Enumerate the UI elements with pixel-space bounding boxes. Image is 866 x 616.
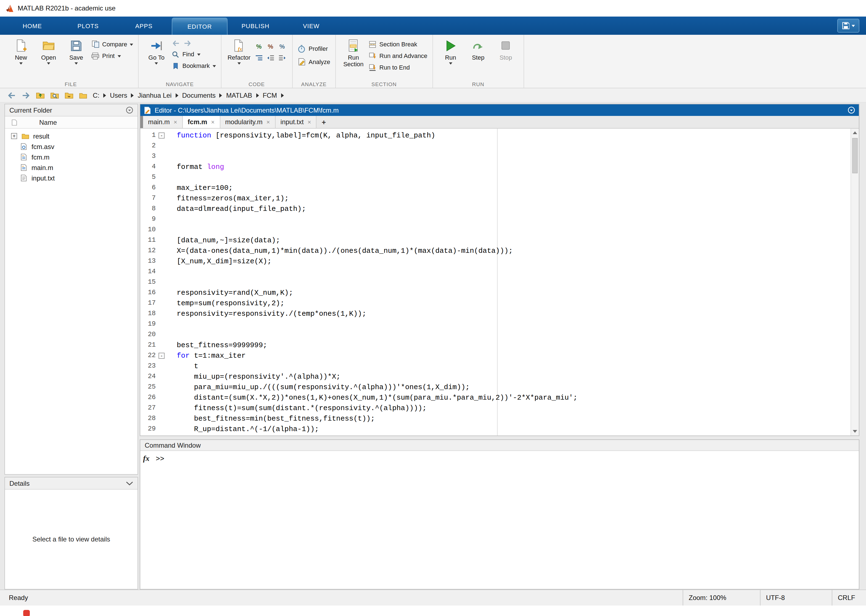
save-button[interactable]: Save [63, 37, 89, 64]
breadcrumb-segment[interactable]: MATLAB [226, 91, 252, 99]
run-button[interactable]: Run [438, 37, 463, 64]
wrap-comments-button[interactable]: % [277, 41, 287, 51]
breadcrumb-segment[interactable]: C: [93, 91, 99, 99]
search-folder-icon[interactable] [50, 91, 59, 100]
ribbon-tab-plots[interactable]: PLOTS [60, 17, 116, 35]
file-tree-item-main.m[interactable]: main.m [5, 162, 137, 173]
expand-icon[interactable]: + [11, 133, 17, 139]
uncomment-button[interactable]: % [266, 41, 276, 51]
tab-scroll-handle[interactable] [140, 116, 143, 128]
line-number[interactable]: 11 [140, 235, 156, 246]
scroll-thumb[interactable] [852, 138, 858, 173]
new-button[interactable]: New [8, 37, 34, 64]
fx-icon[interactable]: fx [143, 454, 150, 463]
open-button[interactable]: Open [36, 37, 61, 64]
file-tree-item-fcm.m[interactable]: fcm.m [5, 152, 137, 162]
editor-tab-main.m[interactable]: main.m× [143, 116, 183, 128]
quick-access-save-button[interactable] [837, 19, 860, 33]
line-number[interactable]: 6 [140, 183, 156, 193]
close-icon[interactable]: × [266, 119, 270, 125]
goto-button[interactable]: Go To [144, 37, 169, 64]
editor-tab-input.txt[interactable]: input.txt× [276, 116, 317, 128]
line-number[interactable]: 3 [140, 151, 156, 162]
line-number[interactable]: 7 [140, 193, 156, 204]
run-section-button[interactable]: Run Section [341, 37, 366, 68]
ribbon-tab-home[interactable]: HOME [5, 17, 60, 35]
new-tab-button[interactable]: + [317, 116, 331, 128]
breadcrumb-segment[interactable]: Users [110, 91, 127, 99]
up-folder-icon[interactable] [35, 91, 45, 100]
close-icon[interactable]: × [308, 119, 311, 125]
forward-arrow-icon[interactable] [21, 91, 30, 100]
line-number[interactable]: 24 [140, 371, 156, 382]
line-number[interactable]: 12 [140, 246, 156, 256]
run-advance-button[interactable]: Run and Advance [368, 52, 427, 60]
refactor-button[interactable]: fx Refactor [227, 37, 252, 64]
line-number[interactable]: 10 [140, 225, 156, 235]
comment-button[interactable]: % [254, 41, 264, 51]
zoom-control[interactable]: Zoom: 100% [683, 590, 760, 605]
bookmark-button[interactable]: Bookmark [172, 62, 216, 69]
line-number[interactable]: 13 [140, 256, 156, 267]
ribbon-tab-apps[interactable]: APPS [116, 17, 172, 35]
profiler-button[interactable]: Profiler [298, 45, 330, 52]
scroll-down-arrow[interactable] [851, 427, 859, 435]
run-to-end-button[interactable]: Run to End [368, 63, 427, 71]
line-number[interactable]: 27 [140, 403, 156, 413]
close-icon[interactable]: × [211, 119, 214, 125]
file-list-column-header[interactable]: Name [5, 116, 137, 129]
details-header[interactable]: Details [5, 478, 137, 490]
step-button[interactable]: Step [466, 37, 491, 61]
close-icon[interactable]: × [174, 119, 177, 125]
print-button[interactable]: Print [91, 52, 133, 60]
line-number[interactable]: 16 [140, 288, 156, 298]
line-number[interactable]: 26 [140, 393, 156, 403]
find-button[interactable]: Find [172, 50, 216, 58]
chevron-down-icon[interactable] [126, 481, 133, 486]
line-number[interactable]: 8 [140, 204, 156, 214]
line-number[interactable]: 15 [140, 277, 156, 288]
line-number[interactable]: 1 [140, 130, 156, 141]
fold-toggle-icon[interactable]: - [159, 132, 165, 138]
line-number[interactable]: 28 [140, 413, 156, 424]
line-number[interactable]: 18 [140, 308, 156, 319]
line-number[interactable]: 29 [140, 424, 156, 434]
line-number[interactable]: 4 [140, 162, 156, 172]
line-number[interactable]: 14 [140, 267, 156, 277]
breadcrumb-segment[interactable]: FCM [263, 91, 277, 99]
editor-scrollbar[interactable] [850, 129, 859, 435]
ribbon-tab-editor[interactable]: EDITOR [172, 18, 228, 35]
code-editor[interactable]: 1-function [responsivity,label]=fcm(K, a… [140, 129, 850, 435]
browse-folder-icon[interactable] [64, 91, 74, 100]
compare-button[interactable]: Compare [91, 40, 133, 48]
breadcrumb-segment[interactable]: Jianhua Lei [138, 91, 172, 99]
editor-tab-fcm.m[interactable]: fcm.m× [183, 116, 220, 128]
line-number[interactable]: 22 [140, 350, 156, 361]
scroll-up-arrow[interactable] [851, 129, 859, 137]
editor-tab-modularity.m[interactable]: modularity.m× [220, 116, 275, 128]
command-window[interactable]: fx >> [140, 451, 859, 589]
line-number[interactable]: 17 [140, 298, 156, 308]
file-tree-item-result[interactable]: +result [5, 131, 137, 141]
analyze-button[interactable]: Analyze [298, 58, 330, 66]
indent-left-button[interactable] [266, 53, 276, 63]
section-break-button[interactable]: Section Break [368, 40, 427, 48]
ribbon-tab-view[interactable]: VIEW [283, 17, 339, 35]
back-arrow-icon[interactable] [173, 40, 180, 46]
line-number[interactable]: 9 [140, 214, 156, 225]
line-number[interactable]: 21 [140, 340, 156, 350]
editor-panel-menu-icon[interactable] [848, 107, 855, 114]
line-number[interactable]: 23 [140, 361, 156, 371]
back-arrow-icon[interactable] [6, 91, 16, 100]
taskbar-app-icon[interactable] [23, 610, 30, 616]
line-number[interactable]: 20 [140, 330, 156, 340]
line-number[interactable]: 5 [140, 172, 156, 183]
ribbon-tab-publish[interactable]: PUBLISH [228, 17, 283, 35]
line-number[interactable]: 19 [140, 319, 156, 330]
line-number[interactable]: 2 [140, 141, 156, 151]
smart-indent-button[interactable] [254, 53, 264, 63]
file-tree-item-fcm.asv[interactable]: fcm.asv [5, 141, 137, 152]
file-tree-item-input.txt[interactable]: input.txt [5, 173, 137, 183]
indent-right-button[interactable] [277, 53, 287, 63]
file-tree[interactable]: +resultfcm.asvfcm.mmain.minput.txt [5, 129, 137, 474]
